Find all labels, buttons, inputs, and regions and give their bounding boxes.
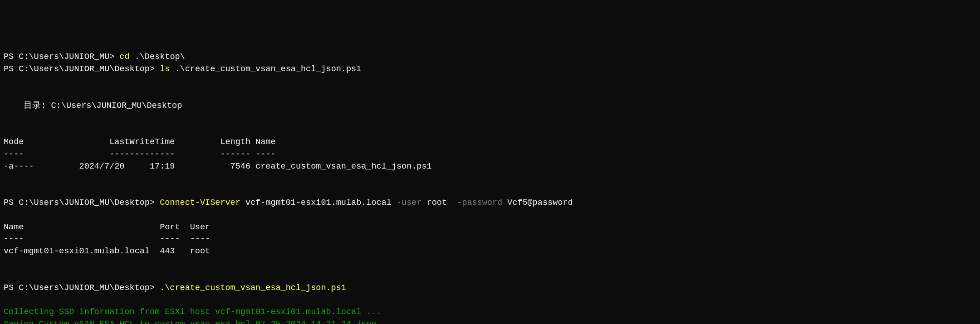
command: ls (160, 64, 170, 74)
terminal-output[interactable]: PS C:\Users\JUNIOR_MU> cd .\Desktop\PS C… (4, 51, 976, 324)
prompt: PS C:\Users\JUNIOR_MU\Desktop> (4, 198, 160, 208)
table-divider: ---- ------------- ------ ---- (4, 149, 976, 161)
argument: vcf-mgmt01-esxi01.mulab.local (240, 198, 397, 208)
command: cd (119, 52, 129, 62)
param: -user (397, 198, 422, 208)
prompt: PS C:\Users\JUNIOR_MU> (4, 52, 119, 62)
script-output: Saving Custom vSAN ESA HCL to custom_vsa… (4, 319, 976, 324)
directory-header: 目录: C:\Users\JUNIOR_MU\Desktop (4, 100, 976, 112)
table-row: -a---- 2024/7/20 17:19 7546 create_custo… (4, 161, 976, 173)
connection-header: Name Port User (4, 222, 976, 234)
connection-row: vcf-mgmt01-esxi01.mulab.local 443 root (4, 246, 976, 258)
command: Connect-VIServer (160, 198, 240, 208)
param: -password (457, 198, 502, 208)
argument: .\Desktop\ (130, 52, 185, 62)
script-output: Collecting SSD information from ESXi hos… (4, 306, 976, 319)
connection-divider: ---- ---- ---- (4, 233, 976, 246)
prompt: PS C:\Users\JUNIOR_MU\Desktop> (4, 64, 160, 74)
param-value: Vcf5@password (502, 198, 573, 208)
argument: .\create_custom_vsan_esa_hcl_json.ps1 (170, 64, 361, 74)
param-value: root (421, 198, 457, 208)
prompt: PS C:\Users\JUNIOR_MU\Desktop> (4, 283, 160, 293)
command: .\create_custom_vsan_esa_hcl_json.ps1 (160, 283, 346, 293)
table-header: Mode LastWriteTime Length Name (4, 136, 976, 149)
